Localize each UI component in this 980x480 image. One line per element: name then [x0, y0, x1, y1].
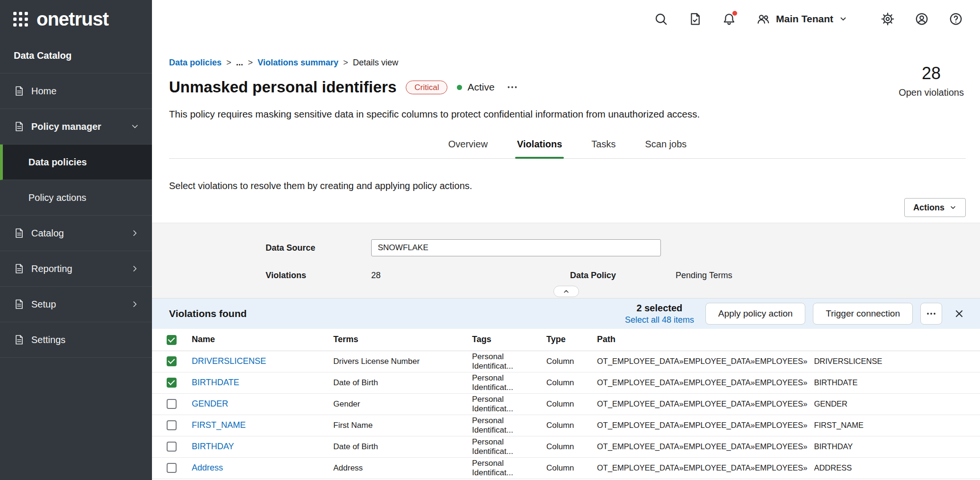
sidebar-item-label: Data policies	[28, 157, 87, 168]
violations-found-title: Violations found	[169, 308, 247, 319]
sidebar-item-label: Reporting	[31, 263, 72, 274]
violation-name-link[interactable]: FIRST_NAME	[192, 420, 246, 430]
violation-name-link[interactable]: Address	[192, 463, 223, 472]
violation-path: OT_EMPLOYEE_DATA»EMPLOYEE_DATA»EMPLOYEES…	[597, 357, 807, 365]
close-icon[interactable]	[953, 308, 965, 319]
apply-policy-action-button[interactable]: Apply policy action	[705, 303, 805, 325]
settings-gear-icon[interactable]	[881, 12, 895, 26]
document-icon	[13, 334, 25, 345]
row-checkbox[interactable]	[167, 378, 177, 388]
violations-count-label: Violations	[266, 271, 371, 281]
violation-tags: Personal Identificat...	[472, 457, 546, 479]
row-checkbox[interactable]	[167, 420, 177, 430]
sidebar-item-policy-actions[interactable]: Policy actions	[0, 180, 152, 216]
row-checkbox[interactable]	[167, 463, 177, 473]
selection-toolbar: Violations found 2 selected Select all 4…	[152, 299, 980, 329]
document-icon	[13, 121, 25, 132]
column-header-name[interactable]: Name	[192, 329, 333, 351]
search-icon[interactable]	[654, 12, 668, 26]
breadcrumb-collapsed[interactable]: ...	[236, 58, 243, 68]
breadcrumb: Data policies > ... > Violations summary…	[169, 58, 966, 68]
row-checkbox[interactable]	[167, 442, 177, 452]
violation-name-link[interactable]: BIRTHDATE	[192, 378, 239, 387]
open-violations-count: 28	[899, 63, 964, 83]
column-header-terms[interactable]: Terms	[333, 329, 472, 351]
breadcrumb-data-policies[interactable]: Data policies	[169, 58, 222, 68]
chevron-up-icon	[562, 288, 570, 295]
violation-terms: Date of Birth	[333, 436, 472, 457]
document-icon	[13, 299, 25, 310]
violation-path-leaf: ADDRESS	[814, 463, 852, 472]
tab-overview[interactable]: Overview	[446, 139, 490, 158]
tab-scan-jobs[interactable]: Scan jobs	[643, 139, 688, 158]
selection-summary: 2 selected Select all 48 items	[625, 303, 694, 325]
breadcrumb-violations-summary[interactable]: Violations summary	[258, 58, 339, 68]
chevron-down-icon	[130, 122, 140, 131]
sidebar-item-setup[interactable]: Setup	[0, 287, 152, 322]
filter-row-values: Violations 28 Data Policy Pending Terms	[266, 271, 980, 281]
violation-terms: Drivers License Number	[333, 351, 472, 372]
row-checkbox[interactable]	[167, 356, 177, 366]
active-status-dot	[457, 85, 462, 90]
breadcrumb-separator: >	[248, 58, 253, 68]
column-header-type[interactable]: Type	[546, 329, 597, 351]
brand-header: onetrust	[0, 0, 152, 38]
tenant-selector[interactable]: Main Tenant	[756, 12, 847, 26]
sidebar-item-settings[interactable]: Settings	[0, 322, 152, 358]
tab-tasks[interactable]: Tasks	[589, 139, 617, 158]
actions-button[interactable]: Actions	[904, 198, 966, 217]
actions-row: Actions	[152, 198, 980, 217]
sidebar-item-policy-manager[interactable]: Policy manager	[0, 109, 152, 145]
sidebar-item-catalog[interactable]: Catalog	[0, 216, 152, 251]
policy-description: This policy requires masking sensitive d…	[169, 109, 966, 120]
sidebar-item-reporting[interactable]: Reporting	[0, 251, 152, 287]
violation-type: Column	[546, 415, 597, 436]
row-checkbox[interactable]	[167, 399, 177, 409]
select-all-checkbox[interactable]	[167, 335, 177, 345]
breadcrumb-separator: >	[343, 58, 348, 68]
global-topbar: Main Tenant	[152, 0, 980, 38]
sidebar-item-label: Home	[31, 86, 56, 97]
select-all-link[interactable]: Select all 48 items	[625, 315, 694, 325]
breadcrumb-separator: >	[226, 58, 232, 68]
column-header-path[interactable]: Path	[597, 329, 980, 351]
violation-tags: Personal Identificat...	[472, 372, 546, 393]
document-icon	[13, 263, 25, 274]
violation-path-leaf: BIRTHDATE	[814, 378, 857, 387]
violation-name-link[interactable]: BIRTHDAY	[192, 442, 234, 451]
violation-path: OT_EMPLOYEE_DATA»EMPLOYEE_DATA»EMPLOYEES…	[597, 442, 807, 451]
table-row: DRIVERSLICENSE Drivers License Number Pe…	[152, 351, 980, 372]
status-label: Active	[467, 82, 494, 93]
account-icon[interactable]	[915, 12, 929, 26]
sidebar-item-home[interactable]: Home	[0, 73, 152, 109]
page-title: Unmasked personal identifiers	[169, 78, 396, 96]
violation-path: OT_EMPLOYEE_DATA»EMPLOYEE_DATA»EMPLOYEES…	[597, 378, 807, 387]
sidebar-item-label: Setup	[31, 299, 56, 310]
table-row: BIRTHDATE Date of Birth Personal Identif…	[152, 372, 980, 393]
data-source-input[interactable]	[371, 239, 661, 256]
sidebar: onetrust Data Catalog Home Policy manage…	[0, 0, 152, 480]
chevron-right-icon	[130, 228, 140, 238]
sidebar-item-data-policies[interactable]: Data policies	[0, 145, 152, 180]
help-icon[interactable]	[949, 12, 963, 26]
violation-type: Column	[546, 351, 597, 372]
chevron-down-icon	[949, 204, 957, 211]
main-area: Main Tenant Data policies > ... > Violat…	[152, 0, 980, 480]
violation-path-leaf: FIRST_NAME	[814, 421, 864, 429]
app-grid-icon[interactable]	[13, 12, 28, 27]
notification-dot	[732, 11, 737, 16]
collapse-filters-button[interactable]	[553, 286, 579, 297]
filter-panel: Data Source Violations 28 Data Policy Pe…	[152, 223, 980, 299]
column-header-tags[interactable]: Tags	[472, 329, 546, 351]
tab-violations[interactable]: Violations	[515, 139, 564, 158]
violation-name-link[interactable]: DRIVERSLICENSE	[192, 356, 266, 366]
document-check-icon[interactable]	[688, 12, 702, 26]
violation-name-link[interactable]: GENDER	[192, 399, 228, 408]
product-title: Data Catalog	[0, 38, 152, 73]
data-policy-value: Pending Terms	[676, 271, 732, 281]
toolbar-more-icon[interactable]	[920, 303, 942, 325]
notifications-bell-icon[interactable]	[722, 12, 736, 26]
open-violations-summary: 28 Open violations	[899, 63, 964, 98]
more-actions-icon[interactable]	[504, 79, 520, 95]
trigger-connection-button[interactable]: Trigger connection	[813, 303, 913, 325]
